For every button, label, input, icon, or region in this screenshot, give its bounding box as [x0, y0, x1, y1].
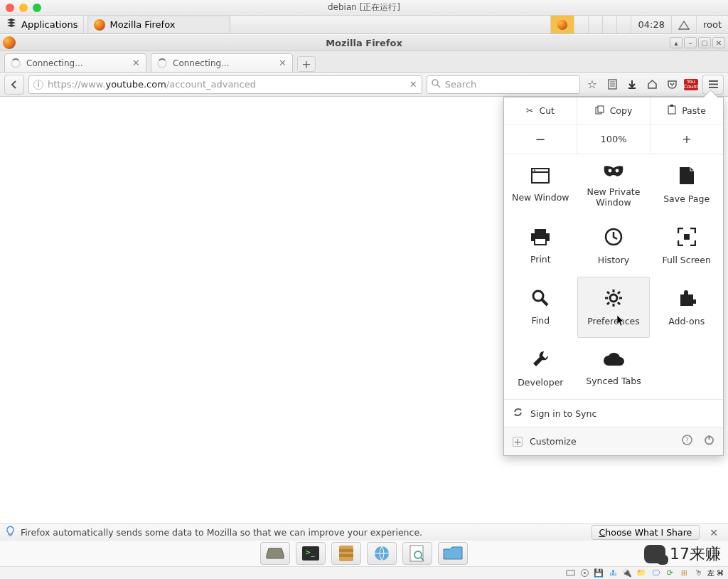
menu-preferences[interactable]: Preferences	[577, 277, 651, 338]
site-info-icon[interactable]: i	[33, 80, 43, 90]
applications-label: Applications	[21, 19, 77, 30]
svg-rect-10	[598, 106, 604, 112]
tray-network-icon[interactable]	[671, 16, 696, 33]
home-icon[interactable]	[644, 77, 660, 92]
tray-workspace-1[interactable]	[574, 16, 588, 33]
menu-find[interactable]: Find	[504, 277, 577, 338]
dock-terminal-icon[interactable]: >_	[296, 542, 326, 565]
svg-rect-2	[609, 80, 616, 89]
hamburger-menu-popup: ✂ Cut Copy Paste − 100% + New Window	[503, 97, 724, 456]
vm-display-icon[interactable]: 🖵	[651, 568, 661, 578]
svg-line-47	[421, 558, 424, 561]
power-icon[interactable]	[704, 435, 714, 448]
svg-point-15	[534, 169, 535, 171]
menu-save-page[interactable]: Save Page	[650, 154, 723, 216]
vm-cpu-icon[interactable]: ⊞	[679, 568, 690, 578]
dock-files-icon[interactable]	[331, 542, 361, 565]
menu-sign-in-sync[interactable]: Sign in to Sync	[504, 399, 723, 427]
svg-point-25	[610, 294, 617, 302]
svg-point-16	[609, 169, 612, 173]
menu-new-window[interactable]: New Window	[504, 154, 577, 216]
back-button[interactable]	[4, 75, 24, 95]
panel-clock[interactable]: 04:28	[631, 16, 670, 33]
search-bar[interactable]: Search	[427, 75, 580, 94]
menu-addons[interactable]: Add-ons	[650, 277, 723, 338]
menu-synced-tabs[interactable]: Synced Tabs	[577, 338, 651, 399]
hamburger-menu-button[interactable]	[702, 75, 724, 95]
vm-optical-icon[interactable]	[579, 568, 590, 578]
menu-print[interactable]: Print	[504, 216, 577, 277]
taskbar-firefox[interactable]: Mozilla Firefox	[88, 16, 230, 33]
vm-usb-icon[interactable]: 🔌	[622, 568, 633, 578]
dock-folder-icon[interactable]	[438, 542, 468, 565]
svg-rect-48	[567, 570, 574, 575]
pocket-icon[interactable]	[664, 77, 680, 92]
svg-point-0	[432, 80, 438, 85]
tab-close-icon[interactable]: ✕	[279, 58, 287, 68]
svg-rect-42	[339, 549, 353, 552]
tab-label: Connecting...	[26, 58, 83, 68]
zoom-in-button[interactable]: +	[651, 124, 723, 154]
menu-paste[interactable]: Paste	[651, 97, 723, 124]
info-lightbulb-icon	[6, 526, 15, 539]
tray-workspace-3[interactable]	[602, 16, 616, 33]
tray-workspace-2[interactable]	[588, 16, 602, 33]
zoom-out-button[interactable]: −	[504, 124, 577, 154]
tab-0[interactable]: Connecting... ✕	[4, 53, 146, 72]
clear-url-icon[interactable]: ✕	[410, 79, 417, 90]
vm-shared-icon[interactable]: 📁	[636, 568, 647, 578]
telemetry-infobar: Firefox automatically sends some data to…	[0, 524, 728, 541]
svg-rect-9	[596, 107, 601, 114]
vm-recording-icon[interactable]: ⟳	[665, 568, 675, 578]
bookmarks-list-icon[interactable]	[604, 77, 620, 92]
vm-drive-icon[interactable]: 💾	[594, 568, 604, 578]
wechat-watermark: 17来赚	[644, 543, 721, 565]
infobar-text: Firefox automatically sends some data to…	[21, 527, 422, 538]
vm-mouse-icon[interactable]: 🖰	[693, 568, 704, 578]
zoom-level[interactable]: 100%	[577, 124, 651, 154]
taskbar-firefox-label: Mozilla Firefox	[109, 19, 175, 30]
tab-close-icon[interactable]: ✕	[132, 58, 140, 68]
svg-point-34	[682, 435, 692, 445]
dock-web-icon[interactable]	[367, 542, 397, 565]
menu-developer[interactable]: Developer	[504, 338, 577, 399]
svg-line-24	[542, 299, 547, 305]
search-placeholder: Search	[445, 79, 477, 90]
svg-point-21	[606, 229, 621, 245]
vm-audio-icon[interactable]: 🖧	[608, 568, 619, 578]
menu-full-screen[interactable]: Full Screen	[650, 216, 723, 277]
dock-search-doc-icon[interactable]	[402, 542, 432, 565]
help-icon[interactable]: ?	[682, 435, 692, 448]
panel-user[interactable]: root	[696, 16, 728, 33]
vm-status-bar: 💾 🖧 🔌 📁 🖵 ⟳ ⊞ 🖰 左 ⌘	[0, 566, 728, 579]
applications-menu[interactable]: Applications	[0, 16, 84, 33]
choose-what-i-share-button[interactable]: Choose What I Share	[592, 525, 700, 540]
new-tab-button[interactable]: +	[297, 56, 316, 72]
svg-line-33	[607, 302, 609, 304]
wrench-icon	[531, 350, 550, 373]
tray-workspace-4[interactable]	[616, 16, 631, 33]
url-bar[interactable]: i https://www.youtube.com/account_advanc…	[28, 75, 422, 94]
svg-rect-11	[668, 106, 675, 114]
puzzle-icon	[678, 289, 696, 312]
gear-icon	[604, 289, 623, 312]
youcount-addon-icon[interactable]: YouCount	[684, 79, 698, 90]
dock-disk-icon[interactable]	[260, 542, 290, 565]
print-icon	[530, 228, 550, 250]
menu-copy[interactable]: Copy	[577, 97, 651, 124]
svg-point-23	[533, 291, 543, 301]
svg-rect-20	[535, 238, 546, 245]
svg-rect-22	[684, 234, 690, 240]
menu-history[interactable]: History	[577, 216, 651, 277]
bookmark-star-icon[interactable]: ☆	[584, 77, 600, 92]
menu-customize[interactable]: Customize	[530, 436, 577, 447]
infobar-close-icon[interactable]: ✕	[705, 527, 722, 538]
tray-firefox-icon[interactable]	[550, 16, 574, 33]
svg-line-31	[618, 302, 620, 304]
vm-disk-icon[interactable]	[565, 568, 576, 578]
menu-cut[interactable]: ✂ Cut	[504, 97, 577, 124]
menu-new-private-window[interactable]: New Private Window	[577, 154, 651, 216]
url-text: https://www.youtube.com/account_advanced	[48, 79, 256, 90]
tab-1[interactable]: Connecting... ✕	[151, 53, 293, 72]
downloads-icon[interactable]	[624, 77, 640, 92]
